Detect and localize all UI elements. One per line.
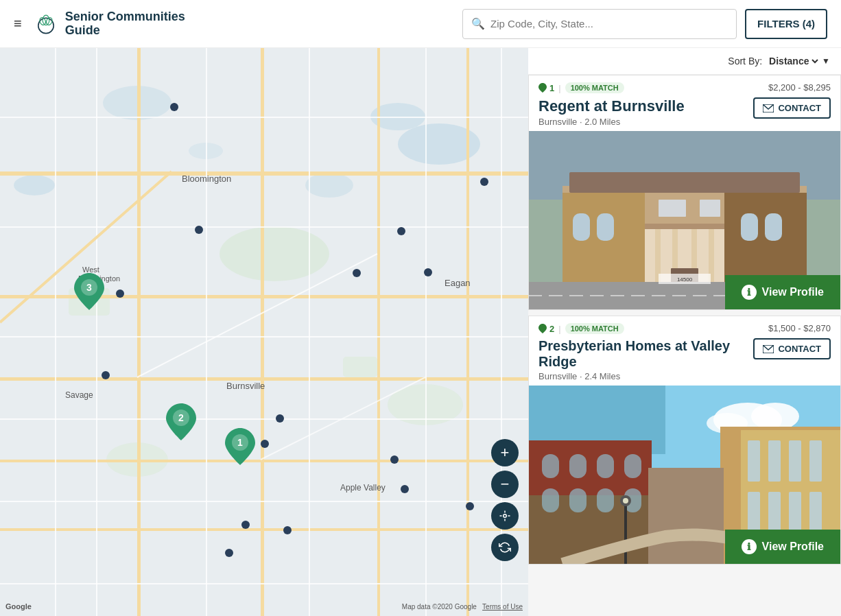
svg-rect-117 (789, 440, 801, 482)
svg-rect-118 (809, 440, 822, 482)
svg-rect-35 (425, 48, 427, 616)
svg-text:Eagan: Eagan (445, 278, 471, 288)
svg-rect-82 (700, 200, 720, 217)
card-header-1: 1 | 100% MATCH $2,200 - $8,295 (529, 75, 840, 97)
zoom-in-button[interactable]: + (491, 439, 519, 466)
svg-rect-127 (542, 488, 559, 512)
svg-rect-22 (261, 48, 264, 616)
svg-text:Bloomington: Bloomington (182, 174, 231, 184)
svg-rect-34 (309, 48, 310, 616)
svg-rect-129 (597, 488, 614, 512)
svg-rect-26 (0, 226, 528, 228)
card-subtitle-row-2: Presbyterian Homes at Valley Ridge Burns… (529, 338, 840, 386)
envelope-icon-1 (763, 104, 774, 112)
card-title-2: Presbyterian Homes at Valley Ridge (538, 338, 753, 371)
map-controls: + − (491, 439, 519, 561)
svg-rect-29 (0, 501, 528, 502)
match-badge-2: 100% MATCH (565, 323, 624, 334)
listing-card-1: 1 | 100% MATCH $2,200 - $8,295 Regent at… (528, 75, 841, 310)
svg-rect-78 (569, 172, 800, 193)
contact-button-2[interactable]: CONTACT (753, 338, 831, 359)
sort-bar: Sort By: Distance Price Match ▼ (528, 48, 841, 75)
search-input[interactable] (490, 18, 728, 29)
svg-rect-13 (343, 357, 377, 377)
zoom-out-button[interactable]: − (491, 471, 519, 498)
search-icon: 🔍 (471, 17, 485, 30)
card-image-2: ℹ View Profile (529, 386, 840, 564)
svg-point-9 (305, 173, 353, 198)
svg-point-1 (43, 15, 49, 25)
svg-rect-21 (137, 48, 141, 616)
match-badge-1: 100% MATCH (565, 82, 624, 93)
svg-point-58 (241, 521, 250, 529)
logo-text: Senior Communities Guide (65, 10, 185, 38)
svg-rect-96 (741, 213, 758, 241)
svg-point-51 (353, 269, 361, 277)
svg-rect-120 (768, 492, 781, 533)
card-meta-left-2: 2 | 100% MATCH (538, 323, 624, 334)
envelope-icon-2 (763, 345, 774, 353)
svg-rect-131 (648, 468, 724, 564)
view-profile-button-1[interactable]: ℹ View Profile (725, 275, 840, 309)
sort-label: Sort By: (728, 56, 762, 67)
svg-point-47 (170, 103, 178, 111)
locate-button[interactable] (491, 502, 519, 530)
view-profile-button-2[interactable]: ℹ View Profile (725, 530, 840, 564)
svg-point-53 (116, 289, 124, 298)
pin-number-2: 2 (538, 324, 554, 334)
price-range-1: $2,200 - $8,295 (768, 82, 831, 93)
svg-point-106 (751, 403, 799, 430)
svg-point-56 (390, 455, 399, 464)
card-meta-left-1: 1 | 100% MATCH (538, 82, 624, 93)
card-image-1: 14500 ℹ View Profile (529, 131, 840, 309)
svg-rect-97 (765, 213, 782, 241)
svg-text:1: 1 (237, 437, 243, 448)
card-location-1: Burnsville · 2.0 Miles (538, 117, 685, 127)
pin-number-1: 1 (538, 83, 554, 93)
pin-icon-1 (538, 83, 547, 93)
map-pin-3[interactable]: 3 (74, 273, 104, 313)
svg-point-0 (38, 18, 53, 33)
svg-rect-121 (789, 492, 801, 533)
svg-point-57 (466, 502, 474, 510)
svg-rect-124 (569, 454, 587, 478)
svg-point-48 (195, 226, 203, 234)
menu-icon[interactable]: ≡ (14, 16, 22, 32)
logo[interactable]: Senior Communities Guide (32, 10, 185, 38)
svg-rect-23 (377, 48, 380, 616)
svg-point-50 (424, 268, 432, 276)
svg-text:3: 3 (86, 282, 92, 293)
results-panel: Sort By: Distance Price Match ▼ 1 | (528, 48, 841, 616)
card-title-1: Regent at Burnsville (538, 97, 685, 117)
svg-rect-32 (96, 48, 97, 616)
svg-rect-81 (659, 200, 686, 217)
svg-rect-132 (624, 502, 627, 564)
price-range-2: $1,500 - $2,870 (768, 323, 831, 333)
svg-point-49 (397, 227, 405, 235)
main-layout: Bloomington Eagan West Bloomington Burns… (0, 48, 841, 616)
sort-select[interactable]: Distance Price Match (766, 55, 820, 67)
svg-point-54 (102, 371, 110, 379)
logo-icon (32, 10, 60, 38)
map-svg: Bloomington Eagan West Bloomington Burns… (0, 48, 528, 616)
svg-rect-31 (55, 48, 56, 616)
svg-rect-30 (0, 583, 528, 584)
pin-icon-2 (538, 324, 547, 333)
map-pin-2[interactable]: 2 (166, 403, 196, 443)
svg-rect-126 (624, 454, 641, 478)
card-location-2: Burnsville · 2.4 Miles (538, 371, 753, 381)
filters-button[interactable]: FILTERS (4) (745, 9, 827, 39)
card-subtitle-row-1: Regent at Burnsville Burnsville · 2.0 Mi… (529, 97, 840, 131)
contact-button-1[interactable]: CONTACT (753, 97, 831, 119)
search-bar[interactable]: 🔍 (462, 9, 737, 39)
svg-point-61 (261, 440, 269, 448)
svg-rect-119 (748, 492, 760, 533)
refresh-button[interactable] (491, 534, 519, 561)
svg-rect-123 (542, 454, 559, 478)
map-pin-1[interactable]: 1 (225, 428, 255, 468)
terms-of-use-link[interactable]: Terms of Use (482, 603, 523, 611)
svg-point-59 (283, 526, 292, 534)
map-area[interactable]: Bloomington Eagan West Bloomington Burns… (0, 48, 528, 616)
svg-rect-86 (641, 224, 728, 229)
map-attribution: Map data ©2020 Google Terms of Use (402, 603, 523, 611)
